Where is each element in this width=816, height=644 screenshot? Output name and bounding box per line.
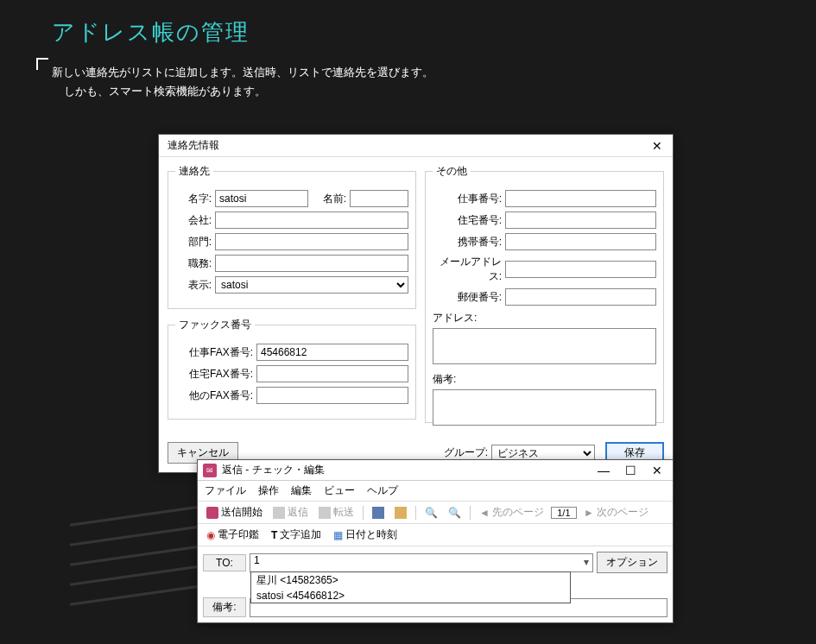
workfax-label: 仕事FAX番号: — [175, 345, 253, 360]
arrow-right-icon: ► — [584, 507, 594, 519]
remarks-label-2: 備考: — [203, 597, 246, 617]
reply-icon — [273, 507, 285, 519]
tool-icon-2[interactable] — [391, 506, 410, 520]
group-label: グループ: — [444, 445, 488, 460]
otherfax-input[interactable] — [256, 387, 408, 404]
arrow-left-icon: ◄ — [479, 507, 490, 519]
address-label: アドレス: — [433, 311, 656, 325]
postal-label: 郵便番号: — [433, 290, 502, 305]
text-add-button[interactable]: T 文字追加 — [268, 527, 325, 543]
mobile-input[interactable] — [505, 233, 656, 250]
stamp-icon: ◉ — [206, 529, 215, 541]
homefax-label: 住宅FAX番号: — [175, 367, 253, 382]
window-title: 返信 - チェック・編集 — [222, 463, 325, 477]
workphone-input[interactable] — [505, 190, 656, 207]
other-group: その他 仕事番号: 住宅番号: 携帯番号: メールアドレス: — [425, 164, 664, 423]
menu-view[interactable]: ビュー — [324, 483, 355, 498]
job-input[interactable] — [215, 255, 408, 272]
remarks-textarea[interactable] — [433, 389, 656, 426]
to-dropdown-list: 星川 <14582365> satosi <45466812> — [250, 571, 571, 603]
reply-button[interactable]: 返信 — [269, 504, 312, 521]
postal-input[interactable] — [505, 288, 656, 306]
toolbar-2: ◉ 電子印鑑 T 文字追加 ▦ 日付と時刻 — [198, 524, 673, 546]
dialog-title: 連絡先情報 — [168, 138, 219, 153]
selection-icon — [372, 507, 384, 519]
page-desc-line2: しかも、スマート検索機能があります。 — [52, 82, 816, 101]
page-indicator: 1/1 — [551, 507, 577, 519]
maximize-icon[interactable]: ☐ — [625, 464, 636, 477]
tool-icon-1[interactable] — [369, 506, 388, 520]
menu-edit[interactable]: 編集 — [291, 483, 312, 498]
contact-info-dialog: 連絡先情報 ✕ 連絡先 名字: 名前: 会社: 部門: — [158, 134, 674, 473]
department-input[interactable] — [215, 233, 408, 250]
company-label: 会社: — [175, 213, 212, 228]
forward-button[interactable]: 転送 — [315, 504, 357, 521]
fax-group: ファックス番号 仕事FAX番号: 住宅FAX番号: 他のFAX番号: — [168, 318, 416, 420]
fax-group-legend: ファックス番号 — [175, 318, 255, 332]
to-combobox[interactable]: 1 — [250, 553, 593, 572]
contact-group-legend: 連絡先 — [175, 164, 213, 179]
forward-icon — [319, 507, 331, 519]
hand-icon — [395, 507, 407, 519]
close-icon[interactable]: ✕ — [652, 464, 662, 477]
remarks-label: 備考: — [433, 372, 656, 387]
contact-group: 連絡先 名字: 名前: 会社: 部門: 職務: — [168, 164, 416, 309]
zoom-out-button[interactable]: 🔍 — [445, 506, 465, 520]
homefax-input[interactable] — [256, 365, 408, 382]
other-group-legend: その他 — [433, 164, 471, 179]
firstname-input[interactable] — [350, 190, 408, 207]
workfax-input[interactable] — [256, 344, 408, 361]
dropdown-item[interactable]: 星川 <14582365> — [251, 572, 570, 589]
menu-operate[interactable]: 操作 — [258, 483, 279, 498]
text-icon: T — [271, 529, 277, 541]
email-label: メールアドレス: — [433, 255, 502, 284]
zoom-in-icon: 🔍 — [425, 507, 438, 519]
next-page-button[interactable]: ► 次のページ — [580, 504, 652, 521]
mobile-label: 携帯番号: — [433, 235, 502, 249]
display-label: 表示: — [175, 278, 212, 293]
stamp-button[interactable]: ◉ 電子印鑑 — [203, 527, 263, 543]
send-icon — [206, 507, 218, 519]
app-icon: ✉ — [203, 464, 217, 477]
dropdown-item[interactable]: satosi <45466812> — [251, 589, 570, 603]
prev-page-button[interactable]: ◄ 先のページ — [476, 504, 547, 521]
send-start-button[interactable]: 送信開始 — [203, 504, 266, 521]
homephone-input[interactable] — [505, 212, 656, 229]
zoom-in-button[interactable]: 🔍 — [421, 506, 441, 520]
menu-help[interactable]: ヘルプ — [367, 483, 398, 498]
otherfax-label: 他のFAX番号: — [175, 388, 253, 403]
close-icon[interactable]: ✕ — [648, 139, 666, 153]
department-label: 部門: — [175, 235, 212, 249]
bracket-decoration — [36, 58, 48, 70]
job-label: 職務: — [175, 256, 212, 271]
menu-bar: ファイル 操作 編集 ビュー ヘルプ — [198, 481, 673, 502]
minimize-icon[interactable]: — — [598, 464, 610, 477]
option-button[interactable]: オプション — [597, 552, 667, 573]
workphone-label: 仕事番号: — [433, 192, 502, 206]
email-input[interactable] — [505, 261, 656, 278]
zoom-out-icon: 🔍 — [448, 507, 461, 519]
display-select[interactable]: satosi — [215, 276, 408, 294]
homephone-label: 住宅番号: — [433, 213, 502, 228]
company-input[interactable] — [215, 212, 408, 229]
firstname-label: 名前: — [312, 192, 346, 206]
to-label: TO: — [203, 554, 246, 571]
menu-file[interactable]: ファイル — [205, 483, 246, 498]
calendar-icon: ▦ — [333, 529, 343, 541]
page-desc-line1: 新しい連絡先がリストに追加します。送信時、リストで連絡先を選びます。 — [52, 63, 816, 82]
datetime-button[interactable]: ▦ 日付と時刻 — [330, 527, 401, 543]
lastname-input[interactable] — [215, 190, 308, 207]
page-title: アドレス帳の管理 — [52, 17, 816, 47]
address-textarea[interactable] — [433, 328, 656, 364]
toolbar-1: 送信開始 返信 転送 🔍 🔍 ◄ 先のページ 1/1 ► 次のページ — [198, 502, 673, 524]
reply-edit-window: ✉ 返信 - チェック・編集 — ☐ ✕ ファイル 操作 編集 ビュー ヘルプ … — [197, 459, 674, 623]
lastname-label: 名字: — [175, 192, 212, 206]
